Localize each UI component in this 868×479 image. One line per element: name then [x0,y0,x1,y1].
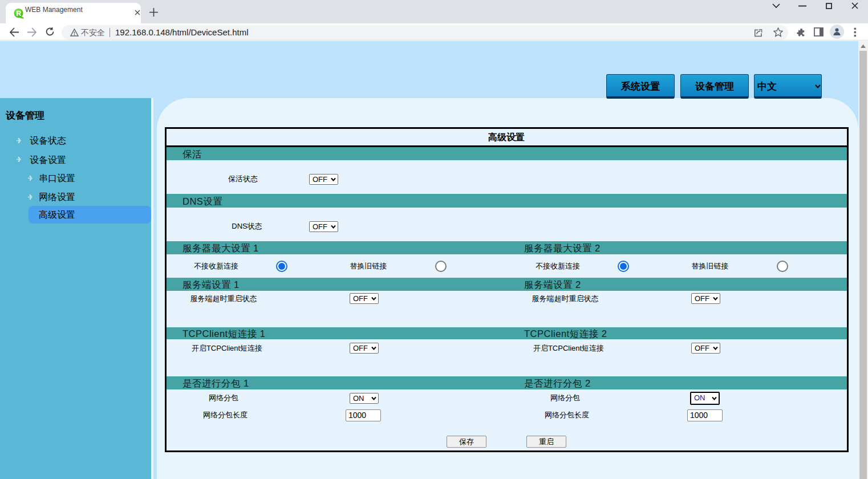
svg-text:R: R [16,10,21,18]
